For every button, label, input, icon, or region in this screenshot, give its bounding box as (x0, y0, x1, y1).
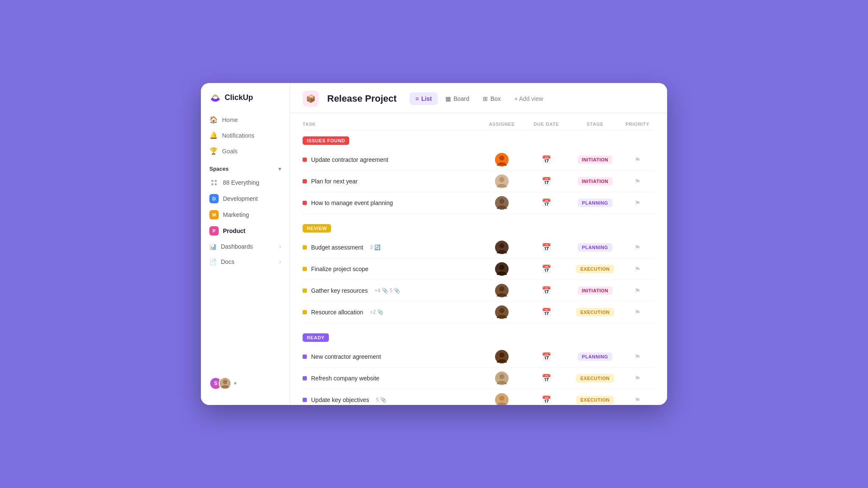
logo-text: ClickUp (225, 93, 253, 102)
main-content: 📦 Release Project ≡ List ▦ Board ⊞ Box +… (290, 83, 667, 405)
task-dot (303, 179, 307, 183)
calendar-icon: 📅 (542, 155, 551, 164)
svg-point-1 (215, 180, 217, 182)
task-dot (303, 201, 307, 205)
due-date-cell: 📅 (523, 243, 570, 252)
task-row[interactable]: Budget assessment 3 🔄 📅 PLANNING (303, 237, 654, 258)
priority-cell: ⚑ (620, 353, 654, 361)
stage-badge: EXECUTION (576, 308, 614, 316)
bell-icon: 🔔 (209, 131, 218, 139)
assignee-avatar (495, 305, 509, 319)
stage-badge: INITIATION (578, 155, 613, 164)
flag-icon: ⚑ (634, 353, 640, 361)
task-row[interactable]: Refresh company website 📅 EXECUTION (303, 368, 654, 389)
sidebar-item-everything[interactable]: 88 Everything (201, 175, 289, 191)
svg-point-7 (499, 155, 504, 161)
task-area: TASK ASSIGNEE DUE DATE STAGE PRIORITY IS… (290, 113, 667, 405)
product-badge: P (209, 226, 219, 236)
assignee-avatar (495, 350, 509, 363)
group-issues-found: ISSUES FOUND Update contractor agreement… (303, 136, 654, 214)
stage-cell: INITIATION (570, 177, 620, 186)
assignee-avatar (495, 196, 509, 210)
task-row[interactable]: Gather key resources +4 📎 5 📎 📅 INITIATI… (303, 280, 654, 302)
task-row[interactable]: Resource allocation +2 📎 📅 EXECUTION (303, 302, 654, 323)
priority-cell: ⚑ (620, 265, 654, 273)
sidebar-item-goals[interactable]: 🏆 Goals (201, 143, 289, 159)
task-row[interactable]: Update key objectives 5 📎 📅 EXECUTION (303, 389, 654, 405)
task-row[interactable]: How to manage event planning 📅 PLANNING (303, 192, 654, 214)
tab-box[interactable]: ⊞ Box (477, 92, 506, 105)
task-dot (303, 245, 307, 250)
assignee-cell (481, 350, 523, 363)
flag-icon: ⚑ (634, 199, 640, 207)
sidebar-item-docs[interactable]: 📄 Docs › (201, 254, 289, 269)
assignee-avatar (495, 284, 509, 297)
task-dot (303, 355, 307, 359)
stage-badge: PLANNING (578, 352, 612, 361)
task-row[interactable]: New contractor agreement 📅 PLANNING (303, 346, 654, 368)
calendar-icon: 📅 (542, 177, 551, 186)
flag-icon: ⚑ (634, 156, 640, 164)
assignee-cell (481, 262, 523, 276)
due-date-cell: 📅 (523, 308, 570, 317)
due-date-cell: 📅 (523, 286, 570, 295)
priority-cell: ⚑ (620, 177, 654, 186)
tab-list[interactable]: ≡ List (409, 92, 438, 105)
board-tab-icon: ▦ (445, 95, 451, 102)
app-container: ClickUp 🏠 Home 🔔 Notifications 🏆 Goals S… (201, 83, 667, 405)
sidebar-item-dashboards[interactable]: 📊 Dashboards › (201, 239, 289, 254)
assignee-avatar (495, 175, 509, 188)
due-date-cell: 📅 (523, 198, 570, 208)
due-date-cell: 📅 (523, 177, 570, 186)
stage-badge: INITIATION (578, 177, 613, 186)
svg-point-2 (211, 183, 214, 186)
task-name: Finalize project scope (303, 266, 481, 272)
assignee-avatar (495, 241, 509, 254)
stage-cell: EXECUTION (570, 374, 620, 383)
priority-cell: ⚑ (620, 308, 654, 316)
avatar-stack: S (209, 377, 231, 390)
task-dot (303, 288, 307, 293)
flag-icon: ⚑ (634, 177, 640, 186)
svg-point-13 (499, 243, 504, 248)
assignee-cell (481, 393, 523, 405)
group-badge-review: REVIEW (303, 224, 331, 233)
task-extras: +4 📎 5 📎 (375, 288, 400, 294)
task-row[interactable]: Update contractor agreement 📅 INITIATION (303, 149, 654, 171)
group-badge-ready: READY (303, 333, 329, 342)
task-row[interactable]: Plan for next year 📅 INITIATION ⚑ (303, 171, 654, 192)
dashboards-chevron-right: › (279, 244, 281, 250)
trophy-icon: 🏆 (209, 147, 218, 155)
stage-cell: EXECUTION (570, 265, 620, 273)
svg-point-19 (499, 308, 504, 313)
docs-icon: 📄 (209, 258, 217, 265)
sidebar-item-notifications[interactable]: 🔔 Notifications (201, 128, 289, 143)
task-extras: +2 📎 (370, 309, 384, 315)
assignee-cell (481, 284, 523, 297)
tab-board[interactable]: ▦ Board (440, 92, 475, 105)
task-name: Update contractor agreement (303, 156, 481, 163)
priority-cell: ⚑ (620, 374, 654, 383)
svg-point-15 (499, 265, 504, 270)
flag-icon: ⚑ (634, 308, 640, 316)
spaces-chevron[interactable]: ▾ (278, 166, 281, 172)
sidebar-item-product[interactable]: P Product (201, 223, 289, 239)
task-extras: 3 🔄 (370, 244, 381, 250)
sidebar-item-home[interactable]: 🏠 Home (201, 112, 289, 128)
task-dot (303, 310, 307, 314)
add-view-button[interactable]: + Add view (508, 92, 549, 105)
assignee-cell (481, 153, 523, 166)
flag-icon: ⚑ (634, 287, 640, 295)
stage-badge: PLANNING (578, 243, 612, 252)
calendar-icon: 📅 (542, 286, 551, 295)
stage-badge: EXECUTION (576, 265, 614, 273)
everything-icon (209, 178, 219, 187)
assignee-avatar (495, 262, 509, 276)
sidebar-footer[interactable]: S ▾ (201, 370, 289, 396)
sidebar-item-marketing[interactable]: M Marketing (201, 207, 289, 223)
task-row[interactable]: Finalize project scope 📅 EXECUTION (303, 258, 654, 280)
sidebar-item-development[interactable]: D Development (201, 191, 289, 207)
user-dropdown-arrow[interactable]: ▾ (234, 380, 236, 386)
view-tabs: ≡ List ▦ Board ⊞ Box + Add view (409, 92, 549, 105)
task-name: Plan for next year (303, 178, 481, 185)
